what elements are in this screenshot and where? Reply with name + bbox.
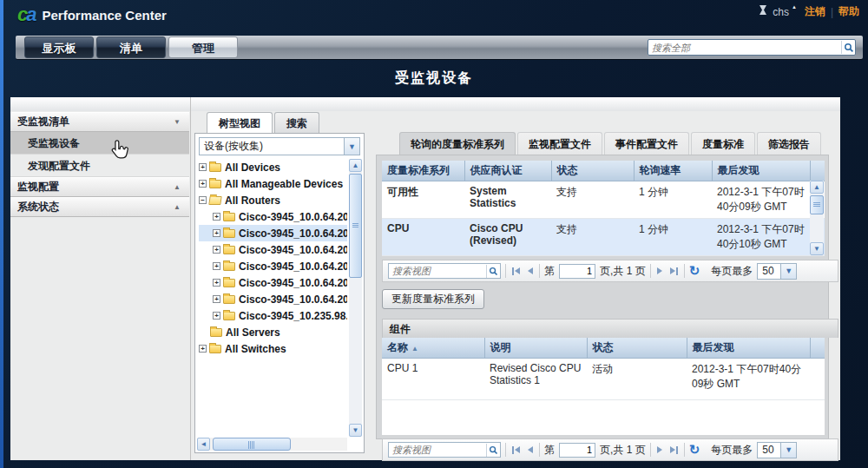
next-page-icon[interactable] <box>655 446 664 453</box>
collapse-icon[interactable]: − <box>199 196 207 204</box>
tree-node-cisco-router[interactable]: + Cisco-3945_10.0.64.20 <box>199 258 347 274</box>
tree-node-cisco-router[interactable]: + Cisco-3945_10.235.98. <box>199 307 347 324</box>
refresh-icon[interactable]: ↻ <box>689 265 700 277</box>
col-metric-family[interactable]: 度量标准系列 <box>382 161 464 181</box>
tree-node-cisco-router[interactable]: + Cisco-3945_10.0.64.20 <box>199 241 347 258</box>
tab-event-profiles[interactable]: 事件配置文件 <box>604 132 689 155</box>
nav-tab-dashboards[interactable]: 显示板 <box>24 36 94 58</box>
col-last-found[interactable]: 最后发现 <box>712 161 810 181</box>
first-page-icon[interactable] <box>510 446 522 454</box>
col-status[interactable]: 状态 <box>551 161 634 181</box>
search-icon[interactable] <box>841 41 855 54</box>
logout-link[interactable]: 注销 <box>805 4 825 19</box>
tree-node-cisco-router-selected[interactable]: + Cisco-3945_10.0.64.20 <box>199 225 347 241</box>
main-navbar: 显示板 清单 管理 <box>16 36 863 59</box>
scrollbar-thumb[interactable] <box>213 438 291 451</box>
page-number-input[interactable] <box>559 443 595 458</box>
scroll-down-icon[interactable]: ▼ <box>810 242 824 255</box>
tab-tree-view[interactable]: 树型视图 <box>207 112 273 133</box>
search-icon[interactable] <box>486 444 500 457</box>
metric-family-link[interactable]: CPU <box>382 219 464 256</box>
nav-tab-inventory[interactable]: 清单 <box>96 36 166 58</box>
page-number-input[interactable] <box>559 264 595 279</box>
col-status[interactable]: 状态 <box>587 338 687 359</box>
expand-icon[interactable]: + <box>199 163 207 171</box>
last-found-cell: 2012-3-1 下午07时40分09秒 GMT <box>712 181 810 219</box>
col-poll-rate[interactable]: 轮询速率 <box>634 161 712 181</box>
user-menu[interactable]: chs <box>773 6 789 18</box>
user-caret-icon: ▲ <box>792 4 797 10</box>
expand-icon[interactable]: + <box>213 262 220 270</box>
global-search-input[interactable] <box>648 43 841 53</box>
tree-node-all-manageable-devices[interactable]: + All Manageable Devices <box>199 175 347 192</box>
scroll-up-icon[interactable]: ▲ <box>349 159 362 172</box>
tree-node-all-routers[interactable]: − All Routers <box>199 192 347 208</box>
view-search-input[interactable] <box>389 266 486 276</box>
tab-monitoring-profiles[interactable]: 监视配置文件 <box>517 132 602 155</box>
tab-search[interactable]: 搜索 <box>274 112 319 133</box>
refresh-icon[interactable]: ↻ <box>689 444 700 456</box>
vendor-cert-link[interactable]: Cisco CPU (Revised) <box>464 219 551 256</box>
sidebar-item-monitored-devices[interactable]: 受监视设备 <box>10 132 189 155</box>
tree-node-all-switches[interactable]: + All Switches <box>199 340 347 357</box>
tree-horizontal-scrollbar[interactable]: ◄ <box>197 438 347 451</box>
expand-icon[interactable]: + <box>213 279 220 287</box>
expand-icon[interactable]: + <box>213 229 220 237</box>
scroll-left-icon[interactable]: ◄ <box>197 438 210 451</box>
chevron-down-icon: ▼ <box>174 118 181 126</box>
first-page-icon[interactable] <box>510 267 522 275</box>
col-description[interactable]: 说明 <box>484 338 587 359</box>
per-page-select[interactable]: 50 ▼ <box>757 442 797 458</box>
tree-node-cisco-router[interactable]: + Cisco-3945_10.0.64.20 <box>199 208 347 225</box>
nav-tab-admin[interactable]: 管理 <box>168 36 238 58</box>
tree-node-label: All Switches <box>225 343 286 355</box>
vendor-cert-link[interactable]: System Statistics <box>464 181 551 219</box>
tree-node-all-servers[interactable]: All Servers <box>199 324 347 340</box>
per-page-select[interactable]: 50 ▼ <box>757 263 797 280</box>
scroll-down-icon[interactable]: ▼ <box>349 424 362 437</box>
col-vendor-cert[interactable]: 供应商认证 <box>464 161 551 181</box>
tab-metrics[interactable]: 度量标准 <box>691 132 755 155</box>
expand-icon[interactable]: + <box>213 213 220 221</box>
col-scrollbar-spacer <box>810 338 825 359</box>
section-label: 系统状态 <box>17 200 59 214</box>
view-search-input[interactable] <box>389 445 486 455</box>
last-page-icon[interactable] <box>668 446 680 454</box>
scrollbar-thumb[interactable] <box>810 195 824 214</box>
tab-polled-metric-families[interactable]: 轮询的度量标准系列 <box>399 132 516 155</box>
tree-node-all-devices[interactable]: + All Devices <box>199 159 347 175</box>
metric-family-link[interactable]: 可用性 <box>382 181 464 219</box>
next-page-icon[interactable] <box>655 267 664 274</box>
sidebar-section-monitoring-config[interactable]: 监视配置 ▲ <box>10 177 189 197</box>
search-icon[interactable] <box>486 265 500 278</box>
expand-icon[interactable]: + <box>199 180 207 188</box>
table-vertical-scrollbar[interactable]: ▲ ▼ <box>810 181 824 255</box>
poll-rate-cell: 1 分钟 <box>634 219 712 256</box>
expand-icon[interactable]: + <box>213 295 220 303</box>
tree-node-cisco-router[interactable]: + Cisco-3945_10.0.64.20 <box>199 291 347 307</box>
prev-page-icon[interactable] <box>526 446 535 453</box>
tab-filtered-reports[interactable]: 筛选报告 <box>757 132 821 155</box>
scroll-up-icon[interactable]: ▲ <box>810 181 824 194</box>
update-metric-family-button[interactable]: 更新度量标准系列 <box>382 289 484 309</box>
chevron-down-icon[interactable]: ▼ <box>344 138 359 155</box>
last-page-icon[interactable] <box>668 267 680 275</box>
expand-icon[interactable]: + <box>213 246 220 254</box>
sidebar-section-monitored-inventory[interactable]: 受监视清单 ▼ <box>10 112 189 132</box>
expand-icon[interactable]: + <box>199 345 207 353</box>
scrollbar-thumb[interactable] <box>349 174 362 278</box>
sidebar-section-system-status[interactable]: 系统状态 ▲ <box>10 197 189 217</box>
help-link[interactable]: 帮助 <box>838 4 859 19</box>
col-last-found[interactable]: 最后发现 <box>687 338 810 359</box>
table-row[interactable]: CPU 1 Revised Cisco CPU Statistics 1 活动 … <box>382 359 825 400</box>
col-name[interactable]: 名称▲ <box>382 338 484 359</box>
prev-page-icon[interactable] <box>526 267 535 274</box>
expand-icon[interactable]: + <box>213 312 220 320</box>
tree-node-label: All Routers <box>225 194 280 207</box>
sidebar-item-discovery-profiles[interactable]: 发现配置文件 <box>10 155 189 177</box>
tree-node-cisco-router[interactable]: + Cisco-3945_10.0.64.20 <box>199 274 347 291</box>
table-row[interactable]: CPU Cisco CPU (Revised) 支持 1 分钟 2012-3-1… <box>382 219 825 256</box>
collection-select[interactable]: 设备(按收集) ▼ <box>199 137 360 155</box>
table-row[interactable]: 可用性 System Statistics 支持 1 分钟 2012-3-1 下… <box>382 181 825 219</box>
tree-vertical-scrollbar[interactable]: ▲ ▼ <box>349 159 362 437</box>
